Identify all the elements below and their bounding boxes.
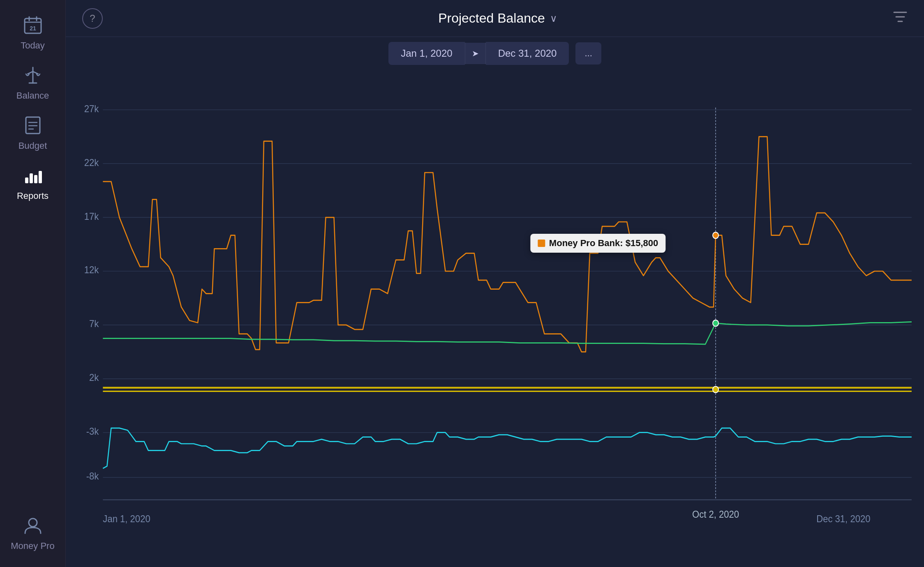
end-date-button[interactable]: Dec 31, 2020: [486, 42, 569, 65]
balance-icon: [23, 66, 42, 87]
date-more-button[interactable]: ...: [575, 42, 601, 65]
sidebar-label-balance: Balance: [16, 90, 49, 101]
sidebar-label-today: Today: [21, 40, 45, 51]
svg-rect-15: [34, 175, 37, 183]
svg-text:22k: 22k: [84, 157, 99, 168]
sidebar-item-balance[interactable]: Balance: [0, 58, 65, 108]
svg-text:17k: 17k: [84, 211, 99, 222]
svg-rect-18: [66, 74, 924, 567]
tooltip-account: Money Pro Bank: [549, 238, 620, 248]
svg-point-44: [713, 386, 718, 392]
sidebar-item-today[interactable]: 21 Today: [0, 8, 65, 58]
budget-icon: [24, 116, 42, 137]
sidebar-label-budget: Budget: [18, 141, 47, 151]
svg-rect-16: [39, 171, 42, 183]
svg-text:2k: 2k: [89, 372, 99, 383]
chart-area: 27k 22k 17k 12k 7k 2k -3k -8k Jan 1, 202…: [66, 70, 924, 567]
chart-title-text: Projected Balance: [438, 11, 545, 26]
svg-line-6: [28, 71, 33, 74]
sidebar-label-money-pro: Money Pro: [11, 541, 54, 551]
sidebar: 21 Today Balance Budget: [0, 0, 66, 567]
calendar-icon: 21: [23, 16, 42, 37]
svg-point-42: [713, 232, 718, 238]
tooltip-color-dot: [538, 240, 545, 247]
chevron-down-icon: ∨: [550, 13, 557, 24]
tooltip-text: Money Pro Bank: $15,800: [549, 238, 658, 249]
svg-text:-3k: -3k: [86, 426, 99, 437]
svg-text:Oct 2, 2020: Oct 2, 2020: [692, 509, 739, 520]
sidebar-bottom: Money Pro: [0, 509, 65, 567]
svg-text:21: 21: [30, 25, 36, 32]
svg-text:-8k: -8k: [86, 470, 99, 482]
chart-tooltip: Money Pro Bank: $15,800: [530, 234, 665, 253]
date-arrow-icon: ➤: [465, 43, 486, 64]
sidebar-label-reports: Reports: [17, 191, 49, 201]
filter-button[interactable]: [893, 9, 908, 27]
chart-svg: 27k 22k 17k 12k 7k 2k -3k -8k Jan 1, 202…: [66, 74, 924, 567]
svg-rect-14: [30, 173, 33, 183]
main-content: ? Projected Balance ∨ Jan 1, 2020 ➤ Dec …: [66, 0, 924, 567]
svg-text:Dec 31, 2020: Dec 31, 2020: [816, 513, 870, 524]
chart-title-dropdown[interactable]: Projected Balance ∨: [438, 11, 557, 26]
sidebar-item-budget[interactable]: Budget: [0, 108, 65, 159]
help-button[interactable]: ?: [82, 8, 103, 29]
reports-icon: [23, 166, 42, 187]
sidebar-item-money-pro[interactable]: Money Pro: [0, 509, 65, 559]
start-date-button[interactable]: Jan 1, 2020: [388, 42, 464, 65]
svg-text:7k: 7k: [89, 318, 99, 330]
tooltip-value: $15,800: [626, 238, 658, 248]
svg-text:27k: 27k: [84, 103, 99, 114]
svg-point-17: [29, 519, 37, 527]
date-range-bar: Jan 1, 2020 ➤ Dec 31, 2020 ...: [66, 37, 924, 70]
svg-text:12k: 12k: [84, 265, 99, 276]
svg-point-43: [713, 320, 718, 326]
sidebar-item-reports[interactable]: Reports: [0, 159, 65, 209]
header: ? Projected Balance ∨: [66, 0, 924, 37]
user-icon: [23, 516, 42, 537]
svg-rect-13: [25, 177, 28, 183]
svg-line-7: [33, 71, 38, 74]
svg-text:Jan 1, 2020: Jan 1, 2020: [103, 513, 150, 524]
